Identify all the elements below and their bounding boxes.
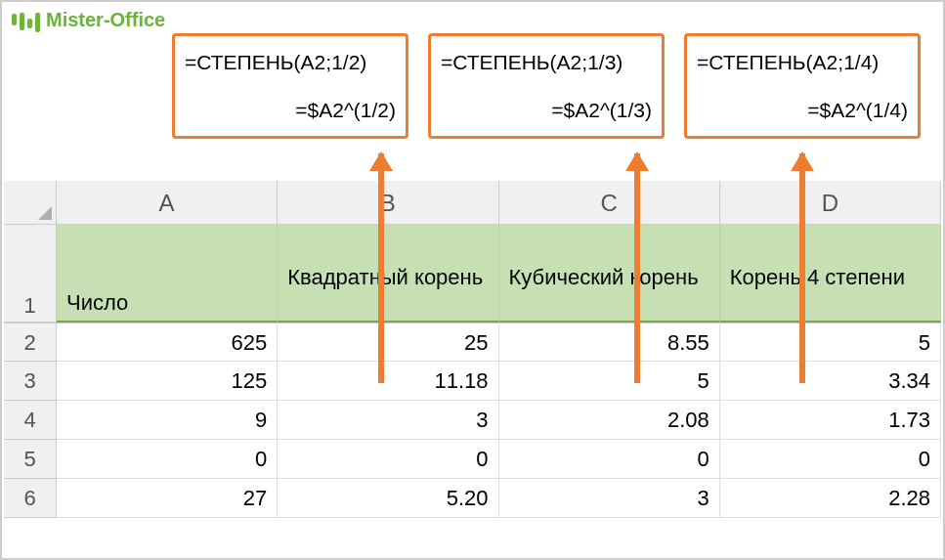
formula-box-cbrt: =СТЕПЕНЬ(A2;1/3) =$A2^(1/3) <box>428 33 665 139</box>
cell-b3[interactable]: 11.18 <box>278 362 498 401</box>
cell-c4[interactable]: 2.08 <box>499 401 720 440</box>
formula-power-1-3: =СТЕПЕНЬ(A2;1/3) <box>441 46 652 79</box>
formula-caret-1-2: =$A2^(1/2) <box>185 94 396 127</box>
logo-bars-icon <box>12 7 40 32</box>
row-head[interactable]: 3 <box>4 362 57 401</box>
cell-b6[interactable]: 5.20 <box>278 479 498 518</box>
cell-a6[interactable]: 27 <box>57 479 278 518</box>
row-head[interactable]: 2 <box>4 323 57 362</box>
cell-c5[interactable]: 0 <box>499 440 720 479</box>
col-head-c[interactable]: C <box>499 181 720 225</box>
cell-d6[interactable]: 2.28 <box>720 479 941 518</box>
table-row: 5 0 0 0 0 <box>4 440 941 479</box>
header-cell-sqrt[interactable]: Квадратный корень <box>278 225 498 323</box>
cell-b5[interactable]: 0 <box>278 440 498 479</box>
cell-b4[interactable]: 3 <box>278 401 498 440</box>
logo-text: Mister-Office <box>46 9 165 31</box>
cell-c2[interactable]: 8.55 <box>499 323 720 362</box>
col-head-d[interactable]: D <box>720 181 941 225</box>
table-row: 4 9 3 2.08 1.73 <box>4 401 941 440</box>
row-head[interactable]: 5 <box>4 440 57 479</box>
cell-a3[interactable]: 125 <box>57 362 278 401</box>
cell-c6[interactable]: 3 <box>499 479 720 518</box>
arrow-icon <box>799 153 805 383</box>
row-head[interactable]: 6 <box>4 479 57 518</box>
header-cell-4root[interactable]: Корень 4 степени <box>720 225 941 323</box>
arrow-icon <box>378 153 384 383</box>
formula-box-sqrt: =СТЕПЕНЬ(A2;1/2) =$A2^(1/2) <box>172 33 408 139</box>
select-all-corner[interactable] <box>4 181 57 225</box>
header-cell-cbrt[interactable]: Кубический корень <box>499 225 720 323</box>
cell-d3[interactable]: 3.34 <box>720 362 941 401</box>
header-cell-number[interactable]: Число <box>57 225 278 323</box>
cell-a2[interactable]: 625 <box>57 323 278 362</box>
formula-power-1-2: =СТЕПЕНЬ(A2;1/2) <box>185 46 396 79</box>
cell-c3[interactable]: 5 <box>499 362 720 401</box>
cell-a4[interactable]: 9 <box>57 401 278 440</box>
col-head-a[interactable]: A <box>57 181 278 225</box>
cell-d2[interactable]: 5 <box>720 323 941 362</box>
arrow-icon <box>634 153 640 383</box>
formula-boxes: =СТЕПЕНЬ(A2;1/2) =$A2^(1/2) =СТЕПЕНЬ(A2;… <box>172 33 921 139</box>
formula-power-1-4: =СТЕПЕНЬ(A2;1/4) <box>697 46 908 79</box>
formula-caret-1-3: =$A2^(1/3) <box>441 94 652 127</box>
row-head[interactable]: 4 <box>4 401 57 440</box>
formula-caret-1-4: =$A2^(1/4) <box>697 94 908 127</box>
cell-b2[interactable]: 25 <box>278 323 498 362</box>
formula-box-4root: =СТЕПЕНЬ(A2;1/4) =$A2^(1/4) <box>684 33 921 139</box>
col-head-b[interactable]: B <box>278 181 498 225</box>
cell-d5[interactable]: 0 <box>720 440 941 479</box>
cell-d4[interactable]: 1.73 <box>720 401 941 440</box>
cell-a5[interactable]: 0 <box>57 440 278 479</box>
row-head-1[interactable]: 1 <box>4 225 57 323</box>
logo: Mister-Office <box>12 7 165 32</box>
table-row: 6 27 5.20 3 2.28 <box>4 479 941 518</box>
